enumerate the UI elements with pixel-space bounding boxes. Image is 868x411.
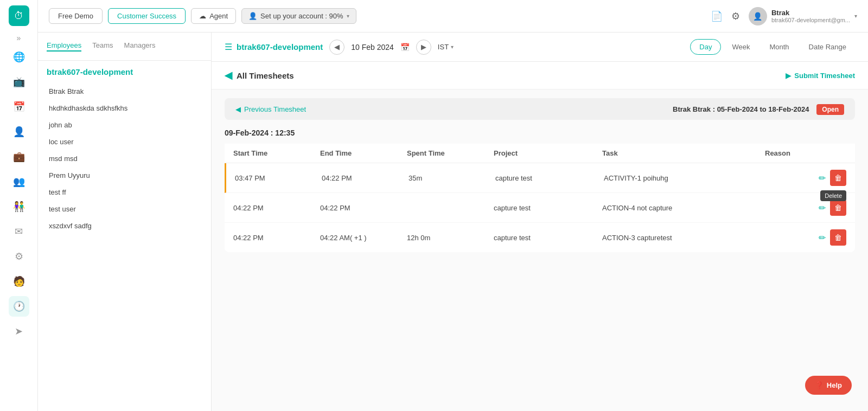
tab-teams[interactable]: Teams	[92, 41, 113, 52]
table-row: 04:22 PM 04:22 PM capture test ACTION-4 …	[225, 193, 855, 223]
table-header: Start Time End Time Spent Time Project T…	[225, 144, 855, 163]
next-date-button[interactable]: ▶	[416, 40, 431, 55]
customer-success-button[interactable]: Customer Success	[108, 8, 186, 24]
delete-button[interactable]: 🗑	[830, 229, 846, 246]
cell-spent-time: 35m	[409, 174, 495, 182]
timesheet-range: Btrak Btrak : 05-Feb-2024 to 18-Feb-2024	[673, 105, 809, 113]
employee-item-msd[interactable]: msd msd	[38, 150, 211, 167]
user-info[interactable]: 👤 Btrak btrak607-development@gm... ▾	[749, 7, 857, 25]
col-spent-time: Spent Time	[407, 149, 494, 157]
expand-button[interactable]: »	[17, 34, 21, 42]
hamburger-icon[interactable]: ☰	[225, 42, 232, 52]
sidebar-icon-clock[interactable]: 🕐	[9, 296, 29, 317]
col-reason: Reason	[765, 149, 803, 157]
cell-spent-time: 12h 0m	[407, 234, 494, 242]
view-tab-week[interactable]: Week	[723, 40, 758, 54]
user-dropdown-icon: ▾	[854, 13, 857, 19]
col-end-time: End Time	[320, 149, 407, 157]
sidebar-icon-tv[interactable]: 📺	[9, 72, 29, 92]
navbar-right: 📄 ⚙ 👤 Btrak btrak607-development@gm... ▾	[711, 7, 857, 25]
agent-button[interactable]: ☁ Agent	[191, 8, 236, 24]
sidebar-icon-send[interactable]: ➤	[9, 321, 29, 342]
view-tabs: Day Week Month Date Range	[690, 39, 855, 55]
col-project: Project	[494, 149, 602, 157]
employee-item-testuser[interactable]: test user	[38, 201, 211, 217]
navbar: Free Demo Customer Success ☁ Agent 👤 Set…	[38, 0, 868, 33]
dropdown-arrow-icon: ▾	[347, 13, 349, 19]
sidebar-icon-team[interactable]: 👫	[9, 196, 29, 217]
document-button[interactable]: 📄	[711, 10, 723, 22]
tab-employees[interactable]: Employees	[47, 41, 81, 52]
prev-date-button[interactable]: ◀	[329, 40, 344, 55]
view-tab-day[interactable]: Day	[690, 39, 721, 55]
delete-button[interactable]: 🗑 Delete	[830, 170, 846, 186]
submit-icon: ▶	[786, 72, 791, 80]
employee-item-john[interactable]: john ab	[38, 117, 211, 133]
sidebar-icon-settings[interactable]: ⚙	[9, 246, 29, 267]
employee-item-loc[interactable]: loc user	[38, 133, 211, 150]
calendar-picker-icon[interactable]: 📅	[400, 43, 410, 52]
view-tab-daterange[interactable]: Date Range	[800, 40, 855, 54]
cell-project: capture test	[494, 204, 602, 212]
cell-task: ACTION-4 not capture	[602, 204, 765, 212]
submit-timesheet-button[interactable]: ▶ Submit Timesheet	[786, 72, 855, 80]
cell-task: ACTIVITY-1 poihuhg	[604, 174, 767, 182]
prev-timesheet-button[interactable]: ◀ Previous Timesheet	[235, 105, 306, 113]
sidebar-icon-mail[interactable]: ✉	[9, 221, 29, 242]
employee-item-hkdh[interactable]: hkdhkdhaskda sdkhsfkhs	[38, 100, 211, 117]
cell-project: capture test	[494, 234, 602, 242]
all-timesheets-bar: ◀ All Timesheets ▶ Submit Timesheet	[212, 62, 868, 89]
prev-btn-icon: ◀	[235, 105, 241, 113]
tab-managers[interactable]: Managers	[124, 41, 156, 52]
setup-account-button[interactable]: 👤 Set up your account : 90% ▾	[241, 8, 356, 24]
employee-item-prem[interactable]: Prem Uyyuru	[38, 167, 211, 184]
edit-icon[interactable]: ✏	[819, 203, 826, 213]
table-row: 03:47 PM 04:22 PM 35m capture test ACTIV…	[225, 163, 855, 193]
action-icons: ✏ 🗑	[803, 229, 846, 246]
icon-sidebar: ⏱ » 🌐 📺 📅 👤 💼 👥 👫 ✉ ⚙ 🧑 🕐 ➤	[0, 0, 38, 411]
col-task: Task	[602, 149, 765, 157]
help-button[interactable]: ❓ Help	[805, 376, 852, 395]
sidebar-icon-globe[interactable]: 🌐	[9, 47, 29, 67]
user-email: btrak607-development@gm...	[771, 17, 850, 23]
employee-item-testff[interactable]: test ff	[38, 184, 211, 201]
cell-end-time: 04:22 PM	[322, 174, 409, 182]
sidebar-icon-briefcase[interactable]: 💼	[9, 146, 29, 167]
prev-timesheet-bar: ◀ Previous Timesheet Btrak Btrak : 05-Fe…	[225, 98, 855, 120]
view-tab-month[interactable]: Month	[761, 40, 797, 54]
settings-button[interactable]: ⚙	[731, 10, 740, 22]
app-logo[interactable]: ⏱	[9, 5, 29, 26]
user-name: Btrak	[771, 9, 850, 17]
timesheet-nav: ☰ btrak607-development ◀ 10 Feb 2024 📅 ▶…	[225, 40, 454, 55]
employee-item-btrak[interactable]: Btrak Btrak	[38, 83, 211, 100]
main-panel: ☰ btrak607-development ◀ 10 Feb 2024 📅 ▶…	[212, 33, 868, 411]
sidebar-tabs: Employees Teams Managers	[38, 41, 211, 61]
org-title[interactable]: btrak607-development	[237, 42, 323, 52]
setup-icon: 👤	[248, 12, 257, 20]
timesheet-table: Start Time End Time Spent Time Project T…	[225, 144, 855, 252]
cell-project: capture test	[495, 174, 604, 182]
delete-button[interactable]: 🗑	[830, 200, 846, 216]
sidebar-icon-group[interactable]: 👥	[9, 171, 29, 192]
cell-end-time: 04:22 PM	[320, 204, 407, 212]
sidebar-icon-calendar[interactable]: 📅	[9, 97, 29, 117]
cell-start-time: 03:47 PM	[235, 174, 322, 182]
date-display: 10 Feb 2024	[351, 43, 394, 52]
free-demo-button[interactable]: Free Demo	[49, 8, 103, 24]
cell-end-time: 04:22 AM( +1 )	[320, 234, 407, 242]
agent-cloud-icon: ☁	[199, 12, 206, 20]
timezone-selector[interactable]: IST ▾	[438, 43, 454, 51]
org-name[interactable]: btrak607-development	[38, 61, 211, 83]
date-heading: 09-Feb-2024 : 12:35	[225, 129, 855, 137]
col-actions	[803, 149, 846, 157]
avatar: 👤	[749, 7, 767, 25]
sidebar-icon-user[interactable]: 👤	[9, 121, 29, 142]
sidebar-icon-person[interactable]: 🧑	[9, 271, 29, 292]
timesheet-header: ☰ btrak607-development ◀ 10 Feb 2024 📅 ▶…	[212, 33, 868, 62]
employee-item-xsz[interactable]: xszdxvf sadfg	[38, 217, 211, 234]
cell-start-time: 04:22 PM	[233, 204, 320, 212]
all-timesheets-title: ◀ All Timesheets	[225, 69, 294, 81]
edit-icon[interactable]: ✏	[819, 233, 826, 243]
edit-icon[interactable]: ✏	[819, 173, 826, 183]
table-row: 04:22 PM 04:22 AM( +1 ) 12h 0m capture t…	[225, 223, 855, 252]
